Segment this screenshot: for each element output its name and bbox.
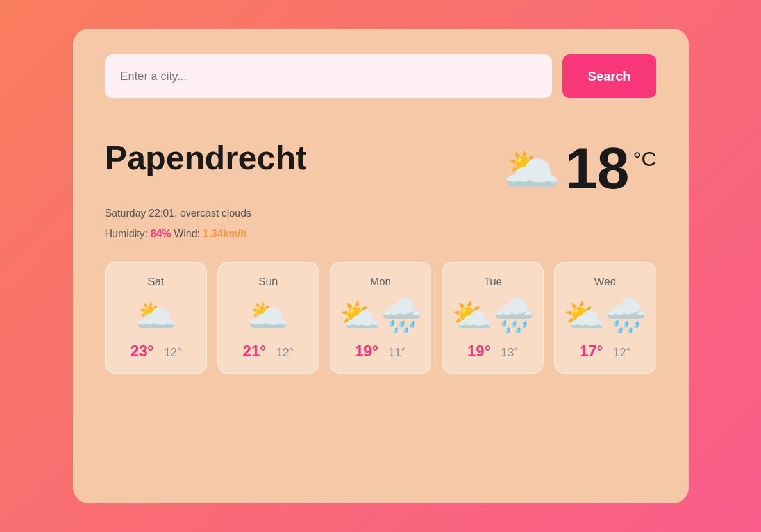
forecast-card: Tue ⛅🌧️ 19° 13° [442, 262, 544, 374]
humidity-label: Humidity: [105, 228, 148, 239]
forecast-icon: ⛅🌧️ [564, 296, 647, 335]
forecast-day: Sun [258, 276, 278, 288]
main-weather-icon: 🌥️ [503, 142, 561, 197]
search-input[interactable] [105, 54, 552, 98]
forecast-temps: 21° 12° [243, 342, 294, 360]
weather-card: Search Papendrecht 🌥️ 18 °C Saturday 22:… [73, 29, 689, 503]
forecast-card: Wed ⛅🌧️ 17° 12° [554, 262, 656, 374]
forecast-card: Sat 🌥️ 23° 12° [105, 262, 207, 374]
search-button[interactable]: Search [562, 54, 656, 98]
forecast-temps: 19° 13° [467, 342, 519, 360]
forecast-day: Sat [147, 276, 164, 288]
forecast-high: 19° [355, 342, 378, 360]
forecast-icon: ⛅🌧️ [451, 296, 535, 335]
forecast-card: Mon ⛅🌧️ 19° 11° [330, 262, 431, 374]
forecast-high: 23° [130, 342, 153, 360]
forecast-icon: ⛅🌧️ [339, 296, 422, 335]
temperature-unit: °C [633, 147, 656, 171]
search-row: Search [105, 54, 656, 98]
temperature-value: 18 [565, 140, 629, 197]
forecast-row: Sat 🌥️ 23° 12° Sun 🌥️ 21° 12° Mon ⛅🌧️ 19… [105, 262, 656, 374]
weather-details: Humidity: 84% Wind: 1.34km/h [105, 226, 656, 242]
humidity-value: 84% [151, 228, 171, 239]
weather-datetime: Saturday 22:01, overcast clouds [105, 205, 656, 222]
forecast-low: 12° [613, 346, 630, 360]
wind-label: Wind: [174, 228, 200, 239]
forecast-temps: 17° 12° [580, 342, 631, 360]
forecast-temps: 19° 11° [355, 342, 406, 360]
forecast-day: Tue [483, 276, 502, 288]
forecast-card: Sun 🌥️ 21° 12° [217, 262, 319, 374]
forecast-low: 11° [389, 346, 406, 360]
forecast-low: 13° [501, 346, 518, 360]
forecast-icon: 🌥️ [247, 296, 289, 335]
city-name: Papendrecht [105, 140, 307, 176]
wind-value: 1.34km/h [203, 228, 246, 239]
forecast-temps: 23° 12° [130, 342, 181, 360]
forecast-day: Wed [594, 276, 617, 288]
forecast-low: 12° [276, 346, 294, 360]
city-temp-row: Papendrecht 🌥️ 18 °C [105, 140, 656, 197]
forecast-day: Mon [370, 276, 391, 288]
forecast-high: 21° [243, 342, 266, 360]
forecast-low: 12° [164, 346, 181, 360]
forecast-icon: 🌥️ [135, 296, 177, 335]
temperature-display: 🌥️ 18 °C [503, 140, 656, 197]
forecast-high: 17° [580, 342, 603, 360]
forecast-high: 19° [467, 342, 490, 360]
divider [105, 119, 656, 119]
city-info: Papendrecht [105, 140, 307, 176]
